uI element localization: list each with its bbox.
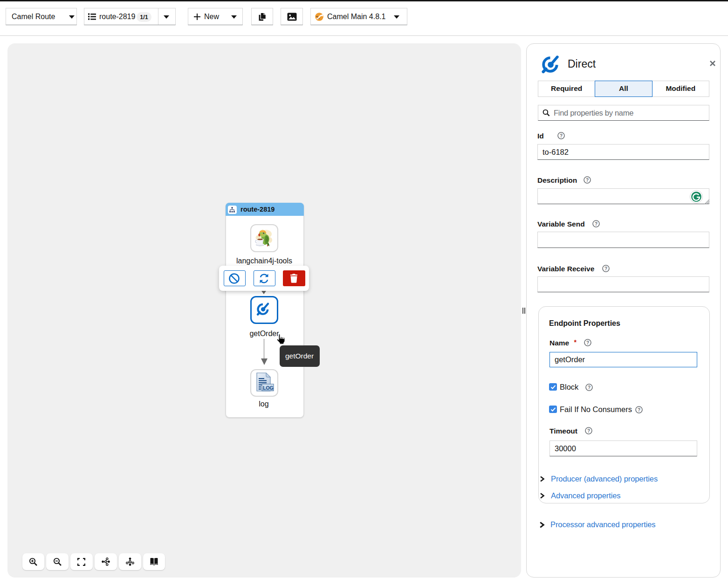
svg-text:LOG: LOG	[263, 385, 274, 391]
svg-text:?: ?	[588, 385, 591, 390]
svg-text:?: ?	[638, 407, 640, 413]
svg-text:?: ?	[560, 133, 563, 138]
svg-text:?: ?	[586, 340, 589, 345]
svg-text:?: ?	[595, 221, 598, 227]
svg-text:?: ?	[604, 266, 607, 271]
svg-text:?: ?	[587, 428, 590, 434]
svg-text:?: ?	[586, 178, 589, 183]
